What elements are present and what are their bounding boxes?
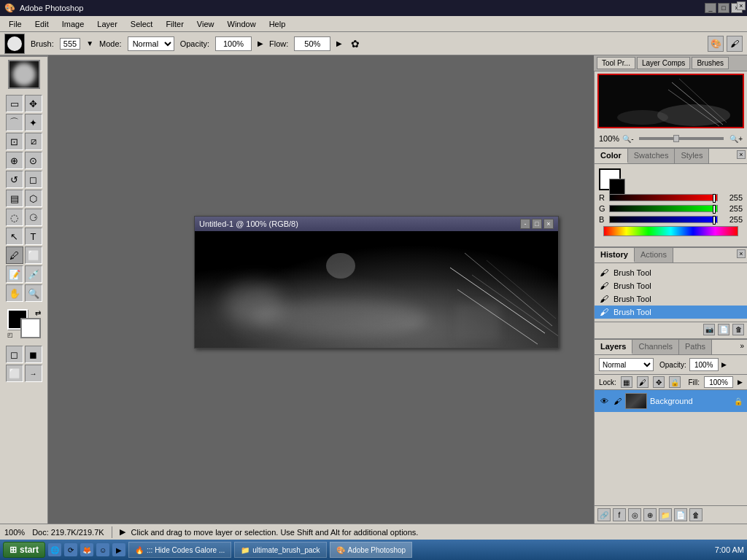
- tool-stamp[interactable]: ⊙: [25, 152, 42, 169]
- taskbar-icon5[interactable]: ▶: [112, 543, 125, 556]
- quickmask-mode-btn[interactable]: ◼: [25, 346, 42, 363]
- channel-g-thumb[interactable]: [713, 205, 716, 214]
- tool-pen[interactable]: 🖊: [6, 246, 23, 264]
- layer-background[interactable]: 👁 🖌 Background 🔒: [595, 390, 747, 412]
- taskbar-btn-3[interactable]: 🎨 Adobe Photoshop: [330, 542, 413, 558]
- channel-b-thumb[interactable]: [713, 216, 716, 225]
- channel-b-slider[interactable]: [609, 216, 718, 223]
- channel-r-slider[interactable]: [609, 194, 718, 201]
- add-group-btn[interactable]: 📁: [659, 508, 672, 521]
- doc-controls[interactable]: - □ ×: [520, 219, 554, 229]
- tab-paths[interactable]: Paths: [679, 340, 712, 354]
- tool-type[interactable]: T: [25, 228, 42, 245]
- brush-picker-arrow[interactable]: ▼: [86, 39, 93, 47]
- menu-view[interactable]: View: [191, 18, 220, 30]
- tab-history[interactable]: History: [595, 248, 635, 262]
- standard-mode-btn[interactable]: ◻: [6, 346, 23, 363]
- taskbar-btn-2[interactable]: 📁 ultimate_brush_pack: [234, 542, 326, 558]
- brush-preview[interactable]: [4, 34, 25, 54]
- zoom-in-btn[interactable]: 🔍+: [729, 135, 743, 143]
- color-spectrum[interactable]: [603, 226, 738, 236]
- layers-expand-btn[interactable]: »: [737, 340, 747, 354]
- taskbar-icon3[interactable]: 🦊: [80, 543, 93, 556]
- history-item-3[interactable]: 🖌 Brush Tool: [595, 306, 747, 319]
- tab-tool-presets[interactable]: Tool Pr...: [597, 57, 635, 69]
- tool-paint-bucket[interactable]: ⬡: [25, 190, 42, 207]
- channel-g-slider[interactable]: [609, 205, 718, 212]
- default-colors-btn[interactable]: ◰: [7, 332, 13, 338]
- start-button[interactable]: ⊞ start: [3, 542, 45, 558]
- tool-dodge[interactable]: ⚆: [25, 209, 42, 226]
- tool-eyedropper[interactable]: 💉: [25, 265, 42, 283]
- tab-actions[interactable]: Actions: [635, 248, 673, 262]
- layer-eye-icon[interactable]: 👁: [599, 396, 609, 406]
- color-bg-mini[interactable]: [609, 179, 625, 195]
- palette-btn[interactable]: 🎨: [708, 36, 724, 52]
- tool-eraser[interactable]: ◻: [25, 171, 42, 188]
- color-close-btn[interactable]: ×: [737, 150, 746, 159]
- swap-colors-btn[interactable]: ⇄: [35, 309, 41, 317]
- layers-close-btn[interactable]: ×: [737, 1, 746, 10]
- background-color[interactable]: [20, 318, 41, 338]
- tool-move[interactable]: ✥: [25, 95, 42, 112]
- opacity-input[interactable]: 100%: [215, 36, 252, 51]
- canvas-area[interactable]: Untitled-1 @ 100% (RGB/8) - □ ×: [48, 55, 594, 524]
- tab-channels[interactable]: Channels: [632, 340, 678, 354]
- tool-heal[interactable]: ⊕: [6, 152, 23, 169]
- flow-input[interactable]: 50%: [294, 36, 330, 51]
- tool-notes[interactable]: 📝: [6, 265, 23, 283]
- tab-styles[interactable]: Styles: [675, 149, 709, 163]
- new-layer-btn[interactable]: 📄: [674, 508, 687, 521]
- history-item-2[interactable]: 🖌 Brush Tool: [595, 292, 747, 306]
- mode-select[interactable]: Normal Multiply Screen Overlay: [128, 36, 174, 51]
- menu-help[interactable]: Help: [263, 18, 292, 30]
- tab-layer-comps[interactable]: Layer Comps: [637, 57, 690, 69]
- history-item-0[interactable]: 🖌 Brush Tool: [595, 266, 747, 279]
- menu-window[interactable]: Window: [222, 18, 262, 30]
- link-layers-btn[interactable]: 🔗: [597, 508, 611, 521]
- tab-brushes[interactable]: Brushes: [692, 57, 729, 69]
- doc-canvas[interactable]: [195, 231, 558, 348]
- add-mask-btn[interactable]: ◎: [628, 508, 641, 521]
- tool-zoom[interactable]: 🔍: [25, 284, 42, 302]
- flow-arrow[interactable]: ▶: [336, 39, 342, 47]
- taskbar-icon4[interactable]: ☺: [96, 543, 109, 556]
- tab-swatches[interactable]: Swatches: [628, 149, 676, 163]
- status-arrow-btn[interactable]: ▶: [120, 527, 125, 537]
- doc-title-bar[interactable]: Untitled-1 @ 100% (RGB/8) - □ ×: [195, 217, 558, 231]
- tool-hand[interactable]: ✋: [6, 284, 23, 302]
- fill-arrow[interactable]: ▶: [738, 378, 743, 386]
- channel-r-thumb[interactable]: [713, 194, 716, 203]
- menu-filter[interactable]: Filter: [160, 18, 189, 30]
- new-snapshot-btn[interactable]: 📷: [703, 324, 715, 335]
- fill-field[interactable]: [704, 376, 733, 388]
- tool-path-select[interactable]: ↖: [6, 228, 23, 245]
- lock-paint-btn[interactable]: 🖌: [637, 376, 649, 388]
- doc-maximize-btn[interactable]: □: [532, 219, 542, 229]
- delete-state-btn[interactable]: 🗑: [732, 324, 744, 335]
- blend-mode-select[interactable]: Normal Multiply Screen: [599, 358, 654, 371]
- tool-rect-select[interactable]: ▭: [6, 95, 23, 112]
- tool-options-btn[interactable]: 🖌: [727, 36, 743, 52]
- taskbar-icon2[interactable]: ⟳: [64, 543, 77, 556]
- menu-image[interactable]: Image: [56, 18, 90, 30]
- opacity-field[interactable]: [689, 358, 719, 371]
- tool-slice[interactable]: ⧄: [25, 133, 42, 150]
- opacity-arrow[interactable]: ▶: [258, 39, 263, 47]
- tool-crop[interactable]: ⊡: [6, 133, 23, 150]
- menu-file[interactable]: File: [3, 18, 28, 30]
- maximize-button[interactable]: □: [718, 3, 729, 13]
- zoom-out-btn[interactable]: 🔍-: [622, 135, 633, 143]
- taskbar-icon1[interactable]: 🌐: [48, 543, 61, 556]
- tab-layers[interactable]: Layers: [595, 340, 632, 354]
- opacity-arrow-layers[interactable]: ▶: [721, 361, 727, 368]
- tool-gradient[interactable]: ▤: [6, 190, 23, 207]
- menu-select[interactable]: Select: [125, 18, 159, 30]
- color-fg-swatch[interactable]: [599, 168, 621, 190]
- doc-close-btn[interactable]: ×: [543, 219, 554, 229]
- tool-lasso[interactable]: ⌒: [6, 114, 23, 131]
- menu-edit[interactable]: Edit: [29, 18, 55, 30]
- lock-move-btn[interactable]: ✥: [653, 376, 665, 388]
- delete-layer-btn[interactable]: 🗑: [689, 508, 703, 521]
- lock-all-btn[interactable]: 🔒: [669, 376, 681, 388]
